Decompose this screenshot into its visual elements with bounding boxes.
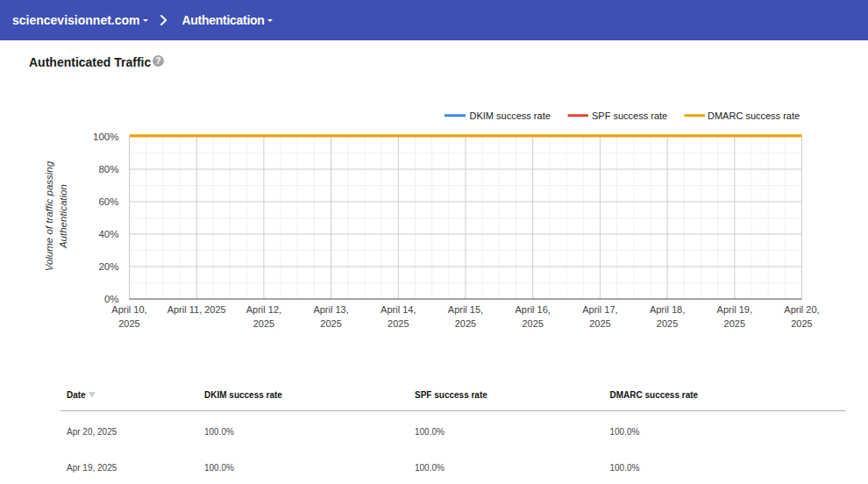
svg-text:2025: 2025 <box>118 318 139 329</box>
svg-text:April 12,: April 12, <box>246 304 281 315</box>
svg-text:2025: 2025 <box>320 318 341 329</box>
svg-text:40%: 40% <box>98 229 118 239</box>
svg-text:April 19,: April 19, <box>717 304 752 315</box>
svg-text:April 15,: April 15, <box>448 304 483 315</box>
svg-text:April 14,: April 14, <box>381 304 416 315</box>
svg-text:2025: 2025 <box>657 318 678 329</box>
svg-text:April 11, 2025: April 11, 2025 <box>167 304 226 315</box>
svg-text:April 13,: April 13, <box>313 304 348 315</box>
svg-text:April 20,: April 20, <box>784 304 819 315</box>
svg-text:2025: 2025 <box>724 318 745 329</box>
svg-text:2025: 2025 <box>388 318 409 329</box>
svg-text:Authentication: Authentication <box>59 184 69 249</box>
svg-text:April 18,: April 18, <box>650 304 685 315</box>
svg-text:80%: 80% <box>98 164 118 174</box>
svg-text:April 17,: April 17, <box>582 304 617 315</box>
svg-text:20%: 20% <box>98 261 118 272</box>
svg-text:SPF success rate: SPF success rate <box>592 110 667 121</box>
svg-text:100%: 100% <box>93 132 118 142</box>
svg-text:2025: 2025 <box>253 318 274 329</box>
svg-text:2025: 2025 <box>791 318 812 329</box>
svg-text:DMARC success rate: DMARC success rate <box>708 110 800 121</box>
svg-text:0%: 0% <box>104 294 119 304</box>
svg-text:April 10,: April 10, <box>111 304 146 315</box>
svg-text:2025: 2025 <box>522 318 543 329</box>
svg-text:60%: 60% <box>98 196 118 207</box>
svg-text:April 16,: April 16, <box>516 304 551 315</box>
svg-text:Volume of traffic passing: Volume of traffic passing <box>45 160 55 271</box>
svg-text:DKIM success rate: DKIM success rate <box>470 110 551 121</box>
svg-text:2025: 2025 <box>589 318 610 329</box>
svg-text:2025: 2025 <box>455 318 476 329</box>
